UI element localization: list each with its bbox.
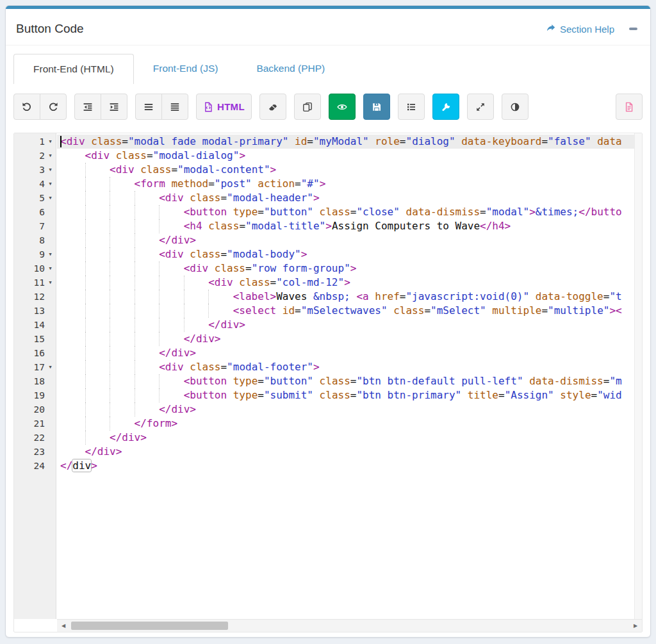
indent-guide (60, 360, 85, 374)
scroll-right-arrow[interactable]: ▶ (630, 620, 641, 632)
code-line[interactable]: </div> (60, 431, 634, 445)
fold-arrow-icon[interactable]: ▾ (45, 247, 56, 261)
mode-html-button[interactable]: HTML (196, 94, 252, 120)
erase-button[interactable] (259, 94, 286, 120)
code-token: = (591, 389, 598, 401)
code-token (486, 304, 493, 317)
code-token (227, 375, 233, 387)
gutter-row: 14 (14, 318, 56, 332)
code-token (369, 290, 375, 302)
tools-button[interactable] (432, 94, 459, 120)
code-token: = (147, 149, 153, 161)
code-line[interactable]: </div> (60, 402, 634, 417)
line-number: 20 (14, 404, 45, 415)
code-token: <div (159, 248, 184, 260)
scroll-left-arrow[interactable]: ◀ (58, 620, 69, 632)
list-button[interactable] (398, 94, 425, 120)
tab-backend-php[interactable]: Backend (PHP) (237, 54, 344, 84)
code-line[interactable]: <div class="modal fade modal-primary" id… (57, 135, 634, 149)
code-line[interactable]: <div class="modal-header"> (60, 191, 634, 205)
code-line[interactable]: <div class="modal-content"> (60, 163, 634, 177)
code-line[interactable]: <select id="mSelectwaves" class="mSelect… (60, 304, 634, 318)
code-token: "col-md-12" (276, 276, 344, 288)
code-line[interactable]: </div> (60, 445, 634, 459)
gutter-row: 22 (14, 431, 56, 445)
gutter-row: 9▾ (14, 247, 56, 261)
code-line[interactable]: <h4 class="modal-title">Assign Computers… (60, 219, 634, 233)
indent-guide (184, 304, 209, 318)
code-token: > (344, 276, 350, 288)
code-line[interactable]: <label>Waves &nbsp; <a href="javascript:… (60, 290, 634, 304)
indent-guide (60, 191, 85, 205)
collapse-button[interactable] (626, 23, 640, 35)
fold-arrow-icon[interactable]: ▾ (45, 135, 56, 149)
tab-front-end-html[interactable]: Front-End (HTML) (13, 54, 134, 84)
code-line[interactable]: </div> (60, 318, 634, 332)
code-line[interactable]: </div> (60, 346, 634, 360)
theme-contrast-button[interactable] (502, 94, 529, 120)
code-line[interactable]: <form method="post" action="#"> (60, 177, 634, 191)
code-token: class (140, 163, 171, 176)
undo-button[interactable] (13, 94, 40, 120)
code-line[interactable]: </div> (60, 459, 634, 473)
preview-button[interactable] (329, 94, 356, 120)
code-token: "submit" (264, 389, 313, 401)
indent-guide (159, 388, 184, 402)
redo-icon (48, 102, 58, 112)
fold-arrow-icon[interactable]: ▾ (45, 276, 56, 290)
code-line[interactable]: <button type="button" class="close" data… (60, 205, 634, 219)
line-number: 7 (14, 221, 45, 231)
code-token: = (541, 135, 548, 147)
indent-guide (184, 290, 209, 304)
fold-arrow-icon[interactable]: ▾ (45, 177, 56, 191)
snippet-file-button[interactable] (616, 94, 643, 120)
save-button[interactable] (363, 94, 390, 120)
code-line[interactable]: <div class="modal-footer"> (60, 360, 634, 374)
code-line[interactable]: </div> (60, 233, 634, 247)
save-icon (372, 102, 382, 112)
code-line[interactable]: <button type="submit" class="btn btn-pri… (60, 388, 634, 402)
mode-html-label: HTML (217, 101, 245, 112)
code-token: "multiple" (548, 304, 609, 317)
duplicate-button[interactable] (294, 94, 321, 120)
code-line[interactable]: <div class="row form-group"> (60, 261, 634, 276)
expand-icon (475, 102, 486, 112)
indent-guide (159, 261, 184, 276)
fold-arrow-icon[interactable]: ▾ (45, 149, 56, 163)
section-help-link[interactable]: Section Help (546, 23, 614, 35)
fold-arrow-icon[interactable]: ▾ (45, 191, 56, 205)
code-line[interactable]: <div class="modal-body"> (60, 247, 634, 261)
code-line[interactable]: </div> (60, 332, 634, 346)
code-line[interactable]: </form> (60, 417, 634, 431)
fold-arrow-icon[interactable]: ▾ (45, 261, 56, 276)
gutter-row: 24 (14, 459, 56, 473)
code-token: </butto (578, 206, 621, 218)
code-line[interactable]: <div class="modal-dialog"> (60, 149, 634, 163)
contrast-icon (510, 102, 520, 112)
code-token (276, 304, 283, 317)
code-token: > (325, 220, 332, 232)
code-token: "false" (548, 135, 591, 147)
align-lines-button[interactable] (135, 94, 162, 120)
fold-arrow-icon[interactable]: ▾ (45, 163, 56, 177)
redo-button[interactable] (40, 94, 67, 120)
code-line[interactable]: <button type="button" class="btn btn-def… (60, 374, 634, 388)
eraser-icon (268, 102, 278, 112)
code-token: method (171, 178, 208, 190)
horizontal-scrollbar-thumb[interactable] (71, 622, 228, 630)
outdent-button[interactable] (74, 94, 101, 120)
fold-arrow-icon[interactable]: ▾ (45, 360, 56, 374)
indent-button[interactable] (101, 94, 127, 120)
line-number: 23 (14, 447, 45, 457)
code-area[interactable]: <div class="modal fade modal-primary" id… (57, 133, 634, 619)
fullscreen-button[interactable] (467, 94, 494, 120)
gutter-row: 18 (14, 374, 56, 388)
indent-guide (85, 332, 110, 346)
tab-front-end-js[interactable]: Front-End (JS) (134, 54, 238, 84)
indent-guide (85, 163, 110, 177)
code-line[interactable]: <div class="col-md-12"> (60, 276, 634, 290)
code-token (110, 149, 116, 161)
code-editor[interactable]: 1▾2▾3▾4▾5▾6789▾10▾11▾121314151617▾181920… (13, 133, 643, 632)
code-token (85, 135, 92, 147)
justify-lines-button[interactable] (161, 94, 188, 120)
